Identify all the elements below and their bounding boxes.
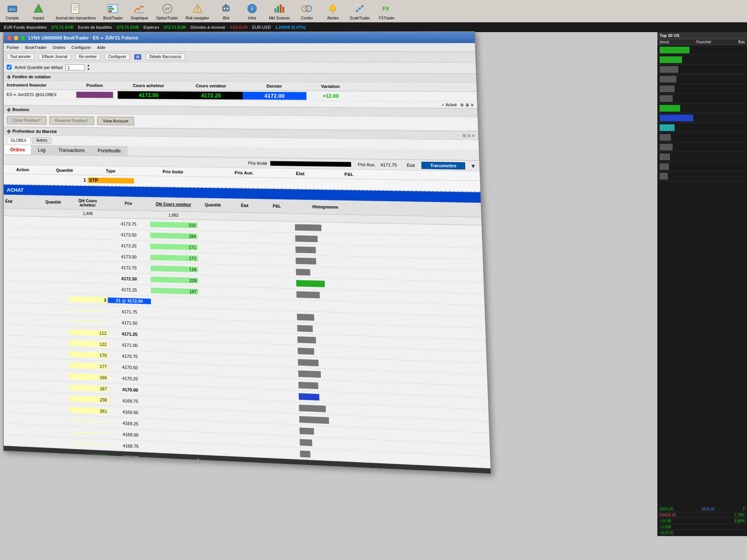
fonds-value: 272.71 EUR [51, 25, 74, 29]
bv-extra-2: +1.030 [660, 525, 671, 529]
menu-fichier[interactable]: Fichier [7, 45, 19, 49]
quantity-row: Activé Quantité par défaut ▲ ▼ [4, 62, 476, 74]
rp-col1: Fourchet [696, 40, 711, 44]
bv-row-3: +1.030 [657, 524, 747, 530]
toolbar-risk[interactable]: Risk navigator [186, 2, 209, 20]
globex-tab[interactable]: GLOBEX [7, 137, 31, 143]
svg-point-27 [302, 6, 308, 12]
bv-row-4: +0.0770 [657, 530, 747, 536]
menu-ordres[interactable]: Ordres [53, 45, 65, 49]
svg-point-18 [224, 8, 225, 9]
rp-bar-8 [660, 124, 675, 131]
toolbar-booktrader[interactable]: BookTrader [103, 2, 123, 20]
prix-aux-label: Prix Aux. [358, 162, 376, 167]
position-cell [72, 91, 118, 98]
svg-rect-20 [225, 4, 227, 6]
bv-row-1: D1816.20 1.79% [657, 512, 747, 518]
actif-label: ✓ Activé [441, 103, 457, 107]
svg-point-31 [356, 10, 358, 12]
view-account-button[interactable]: View Account [97, 116, 134, 125]
rp-title: Top 20 US [660, 33, 679, 38]
rp-bar-13 [660, 173, 668, 180]
window-title: LYNX U0000000 BookTrader - ES ∞ JUN'21 F… [28, 35, 138, 40]
reverse-position-button[interactable]: Reverse Position* [49, 116, 94, 125]
col-quantite: Quantité [41, 167, 87, 172]
effacer-journal-button[interactable]: Effacer Journal [38, 53, 71, 60]
minimize-button[interactable] [13, 35, 19, 41]
svg-rect-29 [332, 11, 334, 13]
tab-log[interactable]: Log [31, 145, 52, 155]
rp-bar-0 [660, 47, 689, 53]
recentrer-button[interactable]: Re-centrer [75, 53, 100, 60]
toolbar-ibot[interactable]: IBot [217, 2, 235, 20]
prix-vendeur[interactable]: 4172.25 [180, 91, 243, 99]
order-action-cell [4, 176, 41, 182]
profondeur-diamond: ◆ [7, 128, 11, 134]
quantity-label: Activé Quantité par défaut [15, 65, 62, 69]
toolbar-optiontrader[interactable]: OT OptionTrader [156, 2, 178, 20]
rp-row-10 [657, 142, 747, 152]
menu-booktrader[interactable]: BookTrader [25, 45, 47, 49]
details-button[interactable]: Détails Raccourcis [146, 53, 185, 60]
rp-bar-12 [660, 163, 669, 170]
transmettre-button[interactable]: Transmettre [421, 162, 465, 169]
rp-row-8 [657, 123, 747, 133]
rp-row-0 [657, 45, 747, 55]
toolbar-journal[interactable]: Journal des transactions [55, 2, 96, 20]
toolbar-impact[interactable]: ! Impact [29, 2, 48, 20]
menu-configurer[interactable]: Configurer [71, 45, 91, 49]
qty-up-arrow[interactable]: ▲ [87, 63, 90, 67]
prix-dernier: 4172.00 [242, 91, 306, 100]
toolbar-fxtrader[interactable]: FX FXTrader [377, 2, 396, 20]
maximize-button[interactable] [20, 35, 25, 41]
col-instrument: Instrument financier [4, 82, 72, 88]
active-checkbox[interactable] [7, 65, 12, 69]
bv-row-2: +31.90 3.88% [657, 518, 747, 524]
tab-transactions[interactable]: Transactions [52, 145, 91, 155]
col-etat: État [276, 171, 325, 176]
dh-quantite2: Quantité [197, 202, 229, 208]
toolbar-compte[interactable]: ACC Compte [3, 2, 22, 20]
close-position-button[interactable]: Close Position* [7, 116, 46, 124]
bv-extra-3: +0.0770 [660, 531, 673, 535]
top-toolbar: ACC Compte ! Impact Journal des transact… [0, 0, 747, 22]
close-button[interactable] [7, 35, 12, 41]
svg-rect-26 [282, 7, 284, 13]
toolbar-alertes[interactable]: Alertes [323, 2, 342, 20]
rp-row-11 [657, 152, 747, 162]
col-vendeur: Cours vendeur [180, 83, 243, 89]
tout-annuler-button[interactable]: Tout annuler [7, 53, 34, 60]
toolbar-scaletrader[interactable]: ScaleTrader [350, 2, 370, 20]
ds-hist [293, 217, 359, 219]
quantity-input[interactable] [66, 64, 85, 70]
cotation-section-label: Fenêtre de cotation [12, 74, 50, 79]
toolbar-infos[interactable]: i Infos [243, 2, 261, 20]
autres-tab[interactable]: Autres [32, 137, 52, 144]
rp-row-7 [657, 113, 747, 123]
tab-ordres[interactable]: Ordres [4, 144, 31, 154]
profondeur-icons: ⊞ ⊟ ✕ [462, 133, 475, 138]
exces-label: Excès de liquidités [78, 25, 112, 29]
toolbar-combo[interactable]: Combo [297, 2, 316, 20]
main-window: LYNX U0000000 BookTrader - ES ∞ JUN'21 F… [3, 31, 492, 475]
transmettre-dropdown[interactable]: ▼ [470, 162, 476, 169]
rp-bar-3 [660, 76, 676, 83]
menu-aide[interactable]: Aide [97, 45, 106, 49]
tab-portefeuille[interactable]: Portefeuille [91, 146, 127, 156]
dh-etat2: État [229, 202, 261, 209]
prix-acheteur[interactable]: 4172.00 [118, 91, 180, 99]
toolbar-graphique[interactable]: Graphique [130, 2, 149, 20]
especes-value: 272.71 EUR [164, 25, 186, 29]
configurer-button[interactable]: Configurer [105, 53, 130, 60]
ds-q2 [197, 215, 229, 217]
bv-pct-2: 3.88% [734, 519, 745, 523]
svg-rect-17 [223, 6, 229, 11]
toolbar-mkt[interactable]: Mkt Scanner [269, 2, 290, 20]
qty-down-arrow[interactable]: ▼ [87, 67, 90, 71]
bv-pct-1: 1.79% [734, 513, 745, 517]
rp-row-2 [657, 65, 747, 74]
boutons-diamond: ◆ [7, 106, 11, 112]
rp-bar-11 [660, 153, 670, 160]
rp-bar-6 [660, 105, 680, 112]
ds-quantite [38, 212, 69, 214]
